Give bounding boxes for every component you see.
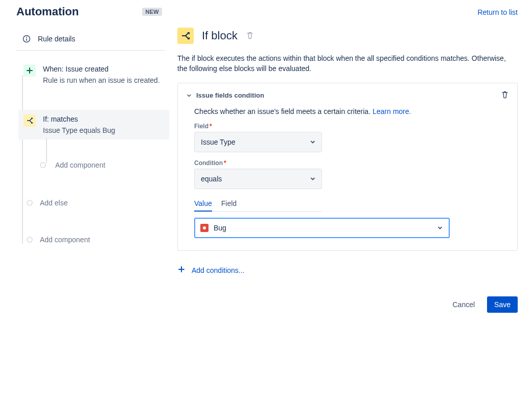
branch-icon <box>24 114 36 127</box>
info-icon <box>22 35 31 43</box>
card-title: Issue fields condition <box>196 91 264 99</box>
branch-icon <box>177 28 194 44</box>
circle-dot-icon <box>40 162 46 168</box>
value-selected: Bug <box>214 224 226 232</box>
plus-icon <box>24 64 36 77</box>
if-sub: Issue Type equals Bug <box>43 125 165 135</box>
add-conditions[interactable]: Add conditions... <box>177 265 518 275</box>
tree-node-trigger[interactable]: When: Issue created Rule is run when an … <box>24 60 165 89</box>
add-component-inner[interactable]: Add component <box>40 158 165 172</box>
rule-details-row[interactable]: Rule details <box>16 28 165 51</box>
page-header: Automation NEW <box>16 5 171 18</box>
chevron-down-icon <box>309 138 316 146</box>
page-title: Automation <box>16 5 79 18</box>
if-title: If: matches <box>43 114 165 124</box>
trigger-title: When: Issue created <box>43 64 165 74</box>
card-collapse-toggle[interactable]: Issue fields condition <box>186 91 264 99</box>
block-description: The if block executes the actions within… <box>177 53 518 74</box>
trash-icon[interactable] <box>501 90 509 100</box>
add-component[interactable]: Add component <box>24 231 165 248</box>
block-title: If block <box>202 29 238 42</box>
circle-dot-icon <box>27 200 33 206</box>
add-component-label: Add component <box>40 236 90 244</box>
condition-label: Condition* <box>194 159 509 167</box>
condition-select[interactable]: equals <box>194 169 322 189</box>
field-label: Field* <box>194 123 509 130</box>
card-description: Checks whether an issue's field meets a … <box>194 107 509 115</box>
circle-dot-icon <box>27 237 33 243</box>
plus-icon <box>177 265 186 275</box>
learn-more-link[interactable]: Learn more. <box>373 107 411 115</box>
field-select[interactable]: Issue Type <box>194 132 322 152</box>
return-to-list-link[interactable]: Return to list <box>477 8 518 16</box>
add-conditions-label: Add conditions... <box>192 266 245 274</box>
trigger-sub: Rule is run when an issue is created. <box>43 75 165 85</box>
tab-field[interactable]: Field <box>221 196 237 212</box>
save-button[interactable]: Save <box>487 296 518 313</box>
chevron-down-icon <box>436 224 444 231</box>
card-desc-text: Checks whether an issue's field meets a … <box>194 107 373 115</box>
cancel-button[interactable]: Cancel <box>447 296 480 313</box>
condition-card: Issue fields condition Checks whether an… <box>177 83 518 251</box>
value-select[interactable]: Bug <box>194 218 450 238</box>
trash-icon[interactable] <box>246 31 254 41</box>
condition-value: equals <box>201 175 222 183</box>
badge-new: NEW <box>142 8 162 16</box>
value-field-tabs: Value Field <box>194 196 322 212</box>
add-else-label: Add else <box>40 199 67 207</box>
svg-point-1 <box>26 37 27 38</box>
tab-value[interactable]: Value <box>194 196 212 212</box>
bug-icon <box>200 224 209 232</box>
field-value: Issue Type <box>201 138 235 146</box>
chevron-down-icon <box>309 175 316 182</box>
tree-node-if[interactable]: If: matches Issue Type equals Bug Add co… <box>24 110 165 172</box>
svg-rect-2 <box>26 38 27 41</box>
add-else[interactable]: Add else <box>24 195 165 211</box>
chevron-down-icon <box>186 92 192 99</box>
rule-details-label: Rule details <box>38 35 75 43</box>
add-component-inner-label: Add component <box>55 161 105 169</box>
